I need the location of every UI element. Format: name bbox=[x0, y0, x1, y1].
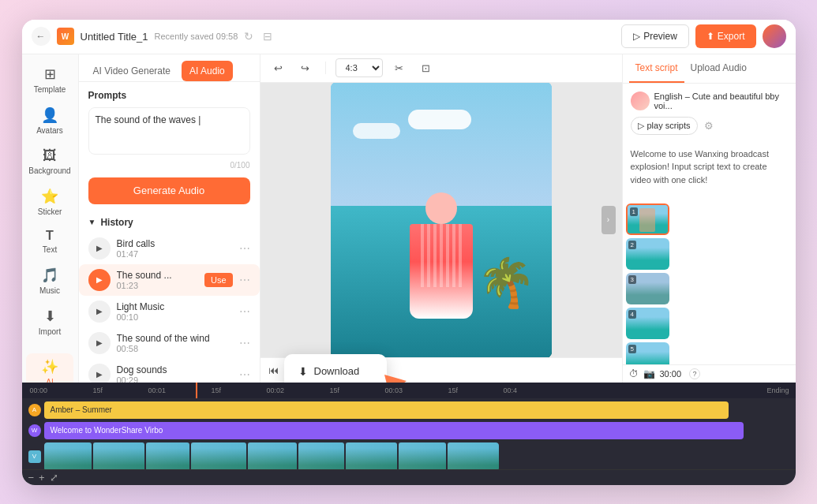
prompt-input[interactable]: The sound of the waves | bbox=[88, 107, 250, 155]
audio-item-light-music[interactable]: ▶ Light Music 00:10 ⋯ bbox=[79, 296, 260, 327]
app-logo: W bbox=[57, 28, 74, 45]
time-icon-left[interactable]: ⏱ bbox=[629, 368, 639, 379]
sidebar-item-sticker[interactable]: ⭐ Sticker bbox=[26, 183, 73, 221]
tab-ai-audio[interactable]: AI Audio bbox=[182, 61, 233, 81]
help-icon[interactable]: ? bbox=[689, 368, 700, 379]
play-light-music[interactable]: ▶ bbox=[88, 301, 111, 323]
audio-duration-dog: 00:29 bbox=[117, 375, 233, 383]
thumbnail-3[interactable]: 3 bbox=[626, 273, 669, 304]
sidebar-item-ai-generator[interactable]: ✨ AI Generator bbox=[26, 353, 73, 383]
thumbnail-row-2: 2 bbox=[626, 238, 793, 270]
more-icon-the-sound[interactable]: ⋯ bbox=[239, 274, 250, 286]
time-icon-middle[interactable]: 📷 bbox=[643, 368, 655, 379]
play-the-sound[interactable]: ▶ bbox=[88, 269, 111, 291]
captions-button[interactable]: ⊡ bbox=[416, 58, 437, 78]
video-seg-4[interactable] bbox=[191, 442, 246, 469]
video-seg-5[interactable] bbox=[248, 442, 297, 469]
background-icon: 🖼 bbox=[43, 147, 57, 164]
more-icon-bird-calls[interactable]: ⋯ bbox=[239, 242, 250, 255]
thumbnail-5[interactable]: 5 bbox=[626, 342, 669, 364]
undo-button[interactable]: ↩ bbox=[268, 58, 289, 78]
thumbnail-row-3: 3 bbox=[626, 273, 793, 304]
crop-button[interactable]: ✂ bbox=[389, 58, 410, 78]
expand-panel-btn[interactable]: › bbox=[602, 206, 616, 234]
right-panel-tabs: Text script Upload Audio bbox=[623, 54, 796, 84]
more-icon-wind[interactable]: ⋯ bbox=[239, 337, 250, 349]
more-icon-light-music[interactable]: ⋯ bbox=[239, 305, 250, 318]
audio-duration-light-music: 00:10 bbox=[117, 312, 233, 322]
video-seg-8[interactable] bbox=[399, 442, 446, 469]
timeline-track-row-purple: W Welcome to WonderShare Virbo bbox=[28, 422, 789, 439]
audio-info-light-music: Light Music 00:10 bbox=[117, 301, 233, 322]
timeline-tracks: A Amber – Summer W Welcome to WonderShar… bbox=[22, 398, 796, 469]
play-scripts-button[interactable]: ▷ play scripts bbox=[631, 117, 698, 135]
sidebar-item-music[interactable]: 🎵 Music bbox=[26, 262, 73, 300]
thumbnail-1[interactable]: 1 bbox=[626, 203, 669, 235]
audio-item-dog[interactable]: ▶ Dog sounds 00:29 ⋯ bbox=[79, 359, 260, 383]
document-title: Untitled Title_1 bbox=[81, 31, 148, 43]
ai-audio-panel: AI Video Generate AI Audio Prompts The s… bbox=[79, 54, 260, 383]
timeline-zoom-in[interactable]: + bbox=[39, 472, 45, 483]
video-seg-7[interactable] bbox=[346, 442, 397, 469]
video-track-icon: V bbox=[28, 450, 41, 463]
import-icon: ⬇ bbox=[44, 308, 56, 325]
settings-icon[interactable]: ⚙ bbox=[704, 120, 714, 132]
palm-tree-decoration: 🌴 bbox=[477, 255, 536, 311]
play-bird-calls[interactable]: ▶ bbox=[88, 237, 111, 259]
ruler-mark-0: 00:00 bbox=[30, 386, 48, 394]
video-seg-1[interactable] bbox=[44, 442, 92, 469]
refresh-icon[interactable]: ↻ bbox=[244, 30, 253, 43]
video-seg-6[interactable] bbox=[298, 442, 344, 469]
sidebar-item-text[interactable]: T Text bbox=[26, 224, 73, 259]
sidebar-item-avatars[interactable]: 👤 Avatars bbox=[26, 102, 73, 140]
more-icon-dog[interactable]: ⋯ bbox=[239, 368, 250, 381]
sidebar-item-background[interactable]: 🖼 Background bbox=[26, 143, 73, 180]
thumb-num-3: 3 bbox=[628, 275, 636, 284]
aspect-ratio-select[interactable]: 4:3 16:9 9:16 bbox=[335, 58, 383, 77]
audio-item-the-sound[interactable]: ▶ The sound ... 01:23 Use ⋯ bbox=[79, 264, 260, 296]
redo-button[interactable]: ↪ bbox=[295, 58, 316, 78]
user-avatar[interactable] bbox=[763, 24, 786, 48]
amber-track[interactable]: Amber – Summer bbox=[44, 401, 729, 419]
export-button[interactable]: ⬆ Export bbox=[695, 24, 756, 48]
audio-item-wind[interactable]: ▶ The sound of the wind 00:58 ⋯ bbox=[79, 327, 260, 359]
timeline-ruler: 00:00 15f 00:01 15f 00:02 15f 00:03 15f … bbox=[22, 383, 796, 398]
grid-icon[interactable]: ⊟ bbox=[263, 30, 272, 43]
video-seg-3[interactable] bbox=[146, 442, 189, 469]
use-button-the-sound[interactable]: Use bbox=[204, 273, 233, 287]
video-seg-9[interactable] bbox=[448, 442, 499, 469]
preview-button[interactable]: ▷ Preview bbox=[621, 24, 689, 48]
skip-back-button[interactable]: ⏮ bbox=[268, 364, 279, 376]
play-dog[interactable]: ▶ bbox=[88, 364, 111, 383]
video-area: ↩ ↪ 4:3 16:9 9:16 ✂ ⊡ bbox=[260, 54, 622, 383]
timeline-zoom-out[interactable]: − bbox=[28, 472, 35, 483]
timeline-fullscreen[interactable]: ⤢ bbox=[50, 472, 58, 483]
tab-upload-audio[interactable]: Upload Audio bbox=[684, 54, 753, 83]
audio-name-the-sound: The sound ... bbox=[117, 270, 198, 281]
generate-audio-button[interactable]: Generate Audio bbox=[88, 177, 250, 204]
video-track bbox=[44, 442, 499, 469]
timeline-controls: − + ⤢ bbox=[22, 469, 796, 485]
download-label: Download bbox=[314, 365, 360, 377]
audio-item-bird-calls[interactable]: ▶ Bird calls 01:47 ⋯ bbox=[79, 233, 260, 264]
purple-track[interactable]: Welcome to WonderShare Virbo bbox=[44, 422, 744, 439]
playhead-indicator bbox=[196, 383, 197, 398]
thumbnail-4[interactable]: 4 bbox=[626, 308, 669, 339]
download-icon: ⬇ bbox=[298, 365, 308, 378]
audio-duration-wind: 00:58 bbox=[117, 344, 233, 353]
sidebar-item-import[interactable]: ⬇ Import bbox=[26, 303, 73, 341]
sticker-icon: ⭐ bbox=[41, 188, 58, 205]
time-value: 30:00 bbox=[660, 369, 682, 379]
tab-ai-video-generate[interactable]: AI Video Generate bbox=[85, 61, 179, 81]
play-icon-small: ▷ bbox=[638, 121, 644, 131]
play-wind[interactable]: ▶ bbox=[88, 332, 111, 354]
back-button[interactable]: ← bbox=[32, 27, 51, 46]
video-seg-2[interactable] bbox=[93, 442, 144, 469]
sidebar-item-template[interactable]: ⊞ Template bbox=[26, 61, 73, 99]
left-sidebar: ⊞ Template 👤 Avatars 🖼 Background ⭐ Stic… bbox=[22, 54, 79, 383]
context-menu-download[interactable]: ⬇ Download bbox=[289, 359, 382, 383]
sidebar-label-background: Background bbox=[28, 166, 70, 175]
sidebar-label-template: Template bbox=[34, 85, 66, 94]
tab-text-script[interactable]: Text script bbox=[629, 54, 684, 83]
thumbnail-2[interactable]: 2 bbox=[626, 238, 669, 270]
